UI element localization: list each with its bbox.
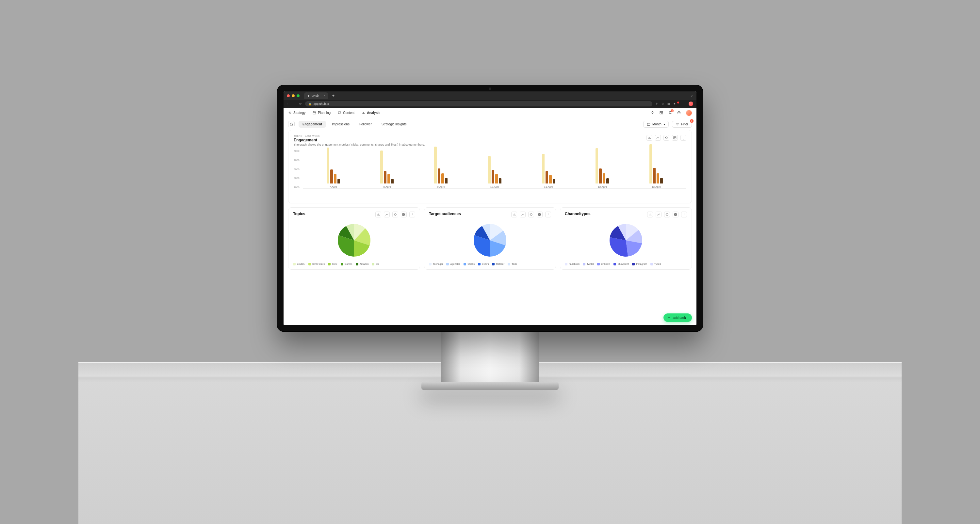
tab-engagement[interactable]: Engagement [299,121,326,128]
legend-item[interactable]: Tech [508,262,517,265]
home-button[interactable] [288,121,295,127]
view-bar-icon[interactable] [511,211,517,218]
new-tab-button[interactable]: + [331,94,336,98]
view-bar-icon[interactable] [375,211,381,218]
legend-item[interactable]: Twitter [583,262,594,265]
filter-button[interactable]: Filter 3 [672,121,692,128]
user-avatar[interactable] [686,110,692,116]
window-expand-icon[interactable]: ⤢ [690,94,693,97]
bar[interactable] [595,148,598,184]
nav-planning[interactable]: Planning [313,111,331,114]
refresh-icon[interactable] [664,211,670,218]
puzzle-icon[interactable]: ✦ [673,102,676,105]
bar[interactable] [499,178,501,184]
nav-back-icon[interactable]: ← [287,102,290,105]
extensions-icon[interactable]: ⊞ [667,102,670,105]
bar[interactable] [606,178,609,184]
star-icon[interactable]: ☆ [662,102,664,105]
legend-item[interactable]: CEO [328,262,337,265]
bar[interactable] [391,179,394,184]
legend-item[interactable]: IChC future [309,262,325,265]
bar[interactable] [599,168,602,184]
more-icon[interactable]: ⋮ [409,211,415,218]
bar[interactable] [387,174,390,184]
grid-icon[interactable] [401,211,407,218]
legend-item[interactable]: Retailer [492,262,504,265]
tab-strategic-insights[interactable]: Strategic Insights [378,121,410,128]
bar[interactable] [603,173,605,184]
legend-item[interactable]: Facebook [565,262,579,265]
legend-item[interactable]: Type3 [651,262,661,265]
tab-follower[interactable]: Follower [355,121,375,128]
bar[interactable] [438,168,440,184]
legend-item[interactable]: CEO's [478,262,489,265]
bar[interactable] [542,154,544,184]
browser-profile-avatar[interactable] [689,102,693,106]
bar[interactable] [384,171,387,184]
kebab-menu-icon[interactable]: ⋮ [682,102,685,105]
bar[interactable] [660,178,663,184]
view-line-icon[interactable] [655,211,662,218]
notifications-button[interactable]: 2 [668,111,672,115]
browser-tab[interactable]: ◆ uHub × [304,92,328,99]
nav-content[interactable]: Content [338,111,355,114]
bar[interactable] [334,174,336,184]
bar[interactable] [327,148,329,184]
view-line-icon[interactable] [520,211,526,218]
grid-icon[interactable] [672,135,678,141]
legend-item[interactable]: CCO's [463,262,475,265]
legend-item[interactable]: Amazon [356,262,369,265]
nav-analysis[interactable]: Analysis [362,111,380,114]
tab-impressions[interactable]: Impressions [328,121,353,128]
legend-item[interactable]: Agencies [446,262,460,265]
legend-item[interactable]: Teenager [429,262,443,265]
bar[interactable] [495,174,498,184]
grid-icon[interactable] [673,211,678,218]
more-icon[interactable]: ⋮ [681,135,686,141]
bar[interactable] [488,156,491,184]
minimize-window-icon[interactable] [292,94,295,97]
more-icon[interactable]: ⋮ [545,211,551,218]
bar[interactable] [549,175,552,184]
legend-item[interactable]: Leuten. [293,262,305,265]
more-icon[interactable]: ⋮ [681,211,687,218]
legend-item[interactable]: LinkedIn [597,262,610,265]
help-icon[interactable] [677,111,681,114]
bar[interactable] [649,144,652,184]
bar[interactable] [337,179,340,184]
maximize-window-icon[interactable] [297,94,299,97]
nav-reload-icon[interactable]: ⟳ [299,102,302,105]
add-task-button[interactable]: ＋ add task [663,313,692,322]
legend-item[interactable]: Bio [372,262,379,265]
bar[interactable] [380,151,383,184]
legend-item[interactable]: Instagram [632,262,647,265]
share-icon[interactable]: ⇪ [655,102,658,105]
nav-strategy[interactable]: Strategy [288,111,305,114]
lightbulb-icon[interactable] [651,111,654,114]
view-bar-icon[interactable] [646,135,652,141]
close-window-icon[interactable] [287,94,290,97]
bar[interactable] [553,179,555,184]
close-tab-icon[interactable]: × [323,94,325,97]
view-line-icon[interactable] [384,211,390,218]
refresh-icon[interactable] [663,135,669,141]
bar[interactable] [445,178,447,184]
bar[interactable] [546,171,548,184]
bar[interactable] [434,146,437,184]
legend-item[interactable]: Gambi. [341,262,353,265]
period-select[interactable]: Month ▾ [643,121,669,128]
address-field[interactable]: 🔒 app.uhub.io [305,101,652,106]
nav-forward-icon[interactable]: → [293,102,296,105]
legend-item[interactable]: Showpoint [614,262,629,265]
view-line-icon[interactable] [655,135,661,141]
window-controls[interactable] [287,94,299,97]
bar[interactable] [657,173,659,184]
refresh-icon[interactable] [392,211,398,218]
grid-icon[interactable] [537,211,542,218]
refresh-icon[interactable] [528,211,534,218]
bar[interactable] [441,173,444,184]
view-bar-icon[interactable] [647,211,653,218]
bar[interactable] [330,170,333,184]
bar[interactable] [653,168,655,184]
bar[interactable] [492,170,494,184]
